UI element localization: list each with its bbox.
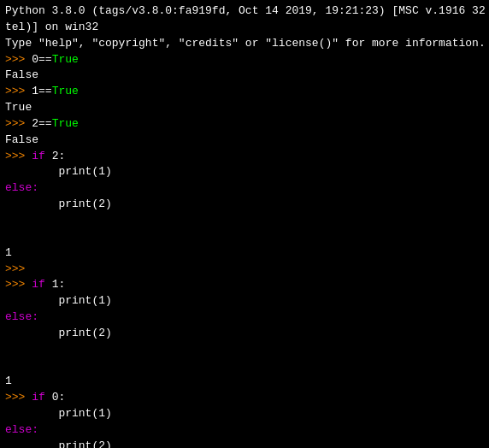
if2-print2: print(2)	[5, 197, 484, 213]
if1-prompt: >>> if 1:	[5, 277, 484, 293]
header-line1: Python 3.8.0 (tags/v3.8.0:fa919fd, Oct 1…	[5, 3, 484, 20]
empty-prompt1: >>>	[5, 262, 484, 278]
header-line3: Type "help", "copyright", "credits" or "…	[5, 36, 484, 52]
if2-print1: print(1)	[5, 164, 484, 180]
blank2	[5, 229, 484, 245]
if2-prompt: >>> if 2:	[5, 149, 484, 165]
terminal-window[interactable]: Python 3.8.0 (tags/v3.8.0:fa919fd, Oct 1…	[0, 0, 489, 448]
output-line3: False	[5, 133, 484, 149]
if1-else: else:	[5, 309, 484, 326]
if0-print1: print(1)	[5, 406, 484, 422]
if1-print1: print(1)	[5, 293, 484, 309]
output-line2: True	[5, 100, 484, 116]
if1-print2: print(2)	[5, 326, 484, 342]
output-if2: 1	[5, 245, 484, 262]
repl-line3: >>> 2==True	[5, 116, 484, 133]
if0-else: else:	[5, 422, 484, 439]
blank3	[5, 342, 484, 358]
if0-print2: print(2)	[5, 439, 484, 448]
if2-else: else:	[5, 180, 484, 197]
blank4	[5, 358, 484, 374]
header-line2: tel)] on win32	[5, 20, 484, 36]
repl-line2: >>> 1==True	[5, 84, 484, 100]
repl-line1: >>> 0==True	[5, 52, 484, 68]
if0-prompt: >>> if 0:	[5, 390, 484, 406]
output-if1: 1	[5, 374, 484, 390]
blank1	[5, 213, 484, 229]
output-line1: False	[5, 68, 484, 84]
